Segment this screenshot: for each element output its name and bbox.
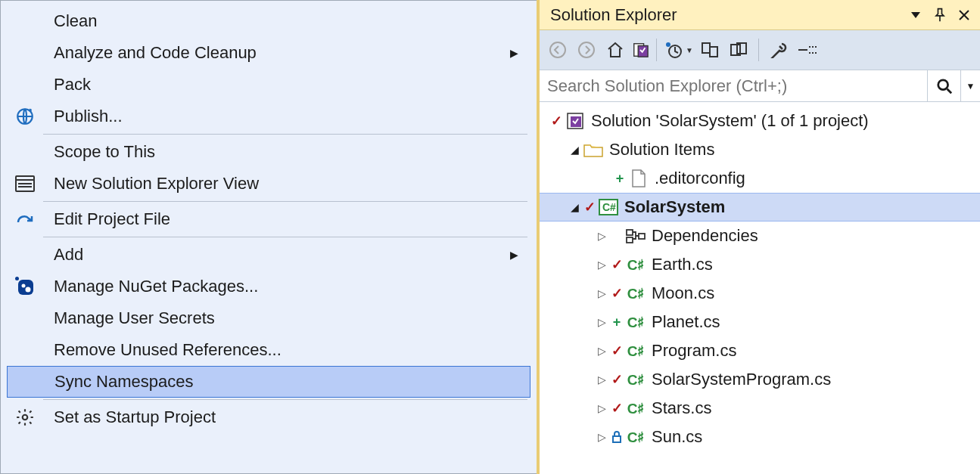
tree-label: Sun.cs [647,427,702,447]
switch-views-icon[interactable] [632,38,649,62]
expander-closed-icon[interactable]: ▷ [594,287,609,299]
toolbar: ▼ [540,30,980,70]
menu-label: Edit Project File [40,209,530,229]
globe-icon [10,105,40,128]
search-icon[interactable] [927,70,960,101]
menu-item-user-secrets[interactable]: Manage User Secrets [2,302,535,334]
solution-icon [564,112,586,130]
blank-icon [10,307,40,330]
window-position-icon[interactable] [906,5,926,25]
expander-closed-icon[interactable]: ▷ [594,316,609,328]
svg-rect-30 [627,230,633,235]
tree-node-file[interactable]: ▷ ✓ C♯ SolarSystemProgram.cs [540,365,980,394]
svg-point-6 [22,284,26,288]
tree-node-file[interactable]: ▷ ✓ C♯ Program.cs [540,336,980,365]
menu-item-clean[interactable]: Clean [2,5,535,37]
csharp-file-icon: C♯ [624,314,647,331]
menu-item-new-view[interactable]: New Solution Explorer View [2,168,535,200]
tree-node-file[interactable]: ▷ + C♯ Planet.cs [540,308,980,336]
csharp-file-icon: C♯ [624,256,647,274]
folder-icon [582,142,605,157]
svg-rect-16 [702,43,710,53]
menu-label: Sync Namespaces [41,372,525,392]
menu-item-remove-unused[interactable]: Remove Unused References... [2,334,535,366]
solution-explorer-icon [10,172,40,195]
menu-item-set-startup[interactable]: Set as Startup Project [2,401,535,433]
tree-node-file[interactable]: ▷ C♯ Sun.cs [540,423,980,451]
svg-rect-32 [639,234,645,239]
menu-item-nuget[interactable]: Manage NuGet Packages... [2,271,535,302]
search-options-dropdown[interactable]: ▼ [960,70,980,101]
blank-icon [11,370,41,393]
check-status-icon: ✓ [549,113,564,129]
menu-item-analyze[interactable]: Analyze and Code Cleanup ▶ [2,37,535,69]
tree-label: SolarSystemProgram.cs [647,370,831,389]
tree-node-file[interactable]: ▷ ✓ C♯ Earth.cs [540,250,980,279]
file-icon [627,169,650,187]
expander-closed-icon[interactable]: ▷ [594,373,609,386]
separator [43,134,527,135]
csharp-file-icon: C♯ [624,371,647,389]
separator [43,399,527,400]
redo-icon [10,208,40,231]
expander-closed-icon[interactable]: ▷ [594,431,609,443]
search-input[interactable] [540,76,927,96]
blank-icon [10,243,40,266]
blank-icon [10,10,40,33]
preview-icon[interactable] [795,38,820,62]
search-bar: ▼ [540,70,980,102]
csharp-file-icon: C♯ [624,429,647,446]
expander-open-icon[interactable]: ◢ [567,144,582,156]
back-icon[interactable] [546,38,570,62]
home-icon[interactable] [603,38,627,62]
tree-node-file[interactable]: ▷ ✓ C♯ Moon.cs [540,279,980,308]
expander-closed-icon[interactable]: ▷ [594,402,609,414]
menu-label: New Solution Explorer View [40,174,530,194]
tree-label: Dependencies [647,226,758,246]
tree-node-file[interactable]: ▷ ✓ C♯ Stars.cs [540,394,980,423]
dependencies-icon [624,228,647,243]
tree-label: .editorconfig [650,169,745,188]
tree-node-project[interactable]: ◢ ✓ C# SolarSystem [540,193,980,222]
forward-icon[interactable] [574,38,599,62]
solution-explorer-panel: Solution Explorer ▼ [537,0,980,474]
svg-point-11 [579,42,594,57]
tree-node-editorconfig[interactable]: + .editorconfig [540,164,980,193]
menu-item-edit-project[interactable]: Edit Project File [2,203,535,235]
csproj-icon: C# [597,199,620,215]
tree-label: Solution 'SolarSystem' (1 of 1 project) [586,111,869,131]
check-status-icon: ✓ [609,400,624,417]
menu-item-scope[interactable]: Scope to This [2,136,535,168]
tree-node-solution-items[interactable]: ◢ Solution Items [540,135,980,164]
toolbar-separator [758,39,759,61]
tree-label: Earth.cs [647,255,713,274]
svg-rect-5 [18,280,33,295]
tree-node-dependencies[interactable]: ▷ Dependencies [540,222,980,250]
tree-node-solution[interactable]: ✓ Solution 'SolarSystem' (1 of 1 project… [540,107,980,135]
menu-label: Manage NuGet Packages... [40,277,530,296]
sync-active-document-icon[interactable] [698,38,722,62]
properties-icon[interactable] [767,38,791,62]
pending-changes-filter-icon[interactable]: ▼ [664,38,693,62]
refresh-icon[interactable] [726,38,751,62]
menu-item-publish[interactable]: Publish... [2,101,535,132]
expander-closed-icon[interactable]: ▷ [594,345,609,357]
menu-label: Scope to This [40,142,530,162]
check-status-icon: ✓ [609,371,624,388]
expander-closed-icon[interactable]: ▷ [594,259,609,271]
svg-point-15 [666,42,670,47]
menu-item-add[interactable]: Add ▶ [2,239,535,271]
csharp-file-icon: C♯ [624,400,647,417]
menu-item-pack[interactable]: Pack [2,69,535,101]
separator [43,201,527,202]
caret-down-icon: ▼ [686,46,693,54]
submenu-arrow-icon: ▶ [510,249,518,261]
svg-rect-31 [627,237,633,243]
pin-icon[interactable] [930,5,950,25]
menu-item-sync-namespaces[interactable]: Sync Namespaces [7,366,530,398]
close-icon[interactable] [954,5,974,25]
expander-open-icon[interactable]: ◢ [567,201,582,213]
toolbar-separator [656,39,657,61]
svg-point-24 [938,79,947,89]
expander-closed-icon[interactable]: ▷ [594,230,609,242]
